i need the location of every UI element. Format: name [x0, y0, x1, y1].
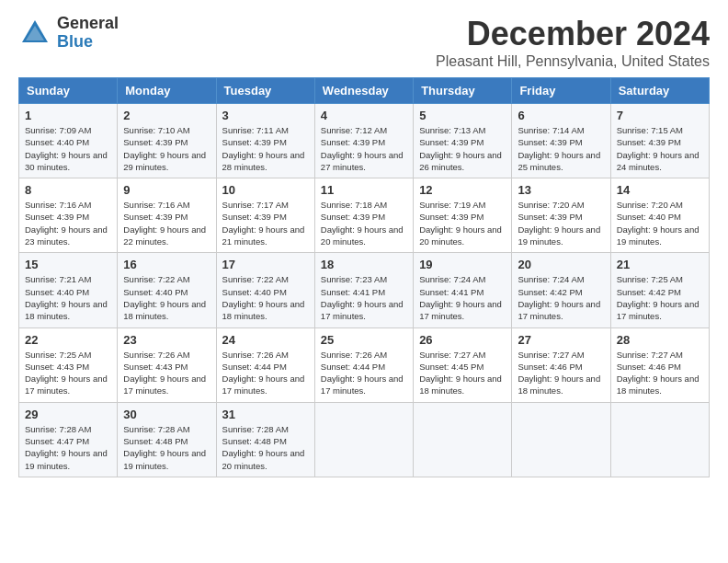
- day-number: 12: [419, 183, 506, 197]
- day-number: 31: [222, 408, 309, 421]
- day-info: Sunrise: 7:18 AMSunset: 4:39 PMDaylight:…: [321, 199, 407, 247]
- day-number: 9: [123, 183, 210, 197]
- table-row: 22 Sunrise: 7:25 AMSunset: 4:43 PMDaylig…: [19, 327, 118, 402]
- day-info: Sunrise: 7:13 AMSunset: 4:39 PMDaylight:…: [419, 124, 506, 173]
- day-number: 20: [518, 258, 604, 271]
- table-row: 12 Sunrise: 7:19 AMSunset: 4:39 PMDaylig…: [414, 178, 512, 253]
- logo-text: General Blue: [57, 15, 119, 52]
- day-info: Sunrise: 7:27 AMSunset: 4:46 PMDaylight:…: [518, 349, 604, 397]
- day-number: 21: [617, 258, 703, 271]
- day-number: 1: [25, 109, 111, 122]
- logo-blue-text: Blue: [57, 33, 119, 52]
- table-row: 13 Sunrise: 7:20 AMSunset: 4:39 PMDaylig…: [512, 178, 610, 253]
- table-row: 17 Sunrise: 7:22 AMSunset: 4:40 PMDaylig…: [216, 253, 314, 327]
- day-info: Sunrise: 7:22 AMSunset: 4:40 PMDaylight:…: [123, 273, 210, 322]
- logo-general-text: General: [57, 15, 119, 33]
- day-info: Sunrise: 7:23 AMSunset: 4:41 PMDaylight:…: [321, 273, 407, 322]
- calendar-week-row: 1 Sunrise: 7:09 AMSunset: 4:40 PMDayligh…: [19, 104, 710, 178]
- table-row: [512, 402, 610, 477]
- day-info: Sunrise: 7:24 AMSunset: 4:42 PMDaylight:…: [518, 273, 604, 322]
- day-info: Sunrise: 7:28 AMSunset: 4:48 PMDaylight:…: [123, 423, 210, 472]
- day-info: Sunrise: 7:27 AMSunset: 4:46 PMDaylight:…: [617, 349, 703, 397]
- day-number: 10: [222, 183, 309, 197]
- day-info: Sunrise: 7:25 AMSunset: 4:42 PMDaylight:…: [617, 273, 703, 322]
- table-row: 9 Sunrise: 7:16 AMSunset: 4:39 PMDayligh…: [118, 178, 216, 253]
- col-tuesday: Tuesday: [216, 78, 314, 104]
- day-number: 11: [321, 183, 407, 197]
- col-thursday: Thursday: [414, 78, 512, 104]
- day-info: Sunrise: 7:17 AMSunset: 4:39 PMDaylight:…: [222, 199, 309, 247]
- table-row: 4 Sunrise: 7:12 AMSunset: 4:39 PMDayligh…: [314, 104, 413, 178]
- logo: General Blue: [18, 15, 119, 52]
- calendar-week-row: 8 Sunrise: 7:16 AMSunset: 4:39 PMDayligh…: [19, 178, 710, 253]
- table-row: 19 Sunrise: 7:24 AMSunset: 4:41 PMDaylig…: [414, 253, 512, 327]
- calendar-week-row: 15 Sunrise: 7:21 AMSunset: 4:40 PMDaylig…: [19, 253, 710, 327]
- header: General Blue December 2024 Pleasant Hill…: [18, 15, 710, 70]
- day-number: 24: [222, 333, 309, 347]
- col-saturday: Saturday: [610, 78, 709, 104]
- calendar-week-row: 22 Sunrise: 7:25 AMSunset: 4:43 PMDaylig…: [19, 327, 710, 402]
- table-row: 5 Sunrise: 7:13 AMSunset: 4:39 PMDayligh…: [414, 104, 512, 178]
- day-info: Sunrise: 7:14 AMSunset: 4:39 PMDaylight:…: [518, 124, 604, 173]
- table-row: 26 Sunrise: 7:27 AMSunset: 4:45 PMDaylig…: [414, 327, 512, 402]
- day-info: Sunrise: 7:26 AMSunset: 4:44 PMDaylight:…: [222, 349, 309, 397]
- table-row: 2 Sunrise: 7:10 AMSunset: 4:39 PMDayligh…: [118, 104, 216, 178]
- day-info: Sunrise: 7:27 AMSunset: 4:45 PMDaylight:…: [419, 349, 506, 397]
- table-row: 3 Sunrise: 7:11 AMSunset: 4:39 PMDayligh…: [216, 104, 314, 178]
- table-row: 28 Sunrise: 7:27 AMSunset: 4:46 PMDaylig…: [610, 327, 709, 402]
- day-number: 5: [419, 109, 506, 122]
- day-info: Sunrise: 7:24 AMSunset: 4:41 PMDaylight:…: [419, 273, 506, 322]
- day-number: 13: [518, 183, 604, 197]
- table-row: 15 Sunrise: 7:21 AMSunset: 4:40 PMDaylig…: [19, 253, 118, 327]
- calendar-week-row: 29 Sunrise: 7:28 AMSunset: 4:47 PMDaylig…: [19, 402, 710, 477]
- day-info: Sunrise: 7:20 AMSunset: 4:39 PMDaylight:…: [518, 199, 604, 247]
- table-row: [414, 402, 512, 477]
- table-row: 20 Sunrise: 7:24 AMSunset: 4:42 PMDaylig…: [512, 253, 610, 327]
- day-number: 25: [321, 333, 407, 347]
- day-info: Sunrise: 7:09 AMSunset: 4:40 PMDaylight:…: [25, 124, 111, 173]
- day-number: 15: [25, 258, 111, 271]
- day-number: 27: [518, 333, 604, 347]
- table-row: 23 Sunrise: 7:26 AMSunset: 4:43 PMDaylig…: [118, 327, 216, 402]
- day-number: 18: [321, 258, 407, 271]
- day-info: Sunrise: 7:11 AMSunset: 4:39 PMDaylight:…: [222, 124, 309, 173]
- day-info: Sunrise: 7:15 AMSunset: 4:39 PMDaylight:…: [617, 124, 703, 173]
- day-info: Sunrise: 7:20 AMSunset: 4:40 PMDaylight:…: [617, 199, 703, 247]
- table-row: 21 Sunrise: 7:25 AMSunset: 4:42 PMDaylig…: [610, 253, 709, 327]
- day-number: 22: [25, 333, 111, 347]
- day-info: Sunrise: 7:22 AMSunset: 4:40 PMDaylight:…: [222, 273, 309, 322]
- col-friday: Friday: [512, 78, 610, 104]
- day-number: 19: [419, 258, 506, 271]
- table-row: 24 Sunrise: 7:26 AMSunset: 4:44 PMDaylig…: [216, 327, 314, 402]
- day-info: Sunrise: 7:28 AMSunset: 4:47 PMDaylight:…: [25, 423, 111, 472]
- day-number: 6: [518, 109, 604, 122]
- table-row: [314, 402, 413, 477]
- table-row: [610, 402, 709, 477]
- calendar-header-row: Sunday Monday Tuesday Wednesday Thursday…: [19, 78, 710, 104]
- day-info: Sunrise: 7:26 AMSunset: 4:43 PMDaylight:…: [123, 349, 210, 397]
- table-row: 10 Sunrise: 7:17 AMSunset: 4:39 PMDaylig…: [216, 178, 314, 253]
- day-info: Sunrise: 7:26 AMSunset: 4:44 PMDaylight:…: [321, 349, 407, 397]
- day-info: Sunrise: 7:12 AMSunset: 4:39 PMDaylight:…: [321, 124, 407, 173]
- title-block: December 2024 Pleasant Hill, Pennsylvani…: [436, 15, 710, 70]
- day-info: Sunrise: 7:19 AMSunset: 4:39 PMDaylight:…: [419, 199, 506, 247]
- day-info: Sunrise: 7:16 AMSunset: 4:39 PMDaylight:…: [123, 199, 210, 247]
- table-row: 8 Sunrise: 7:16 AMSunset: 4:39 PMDayligh…: [19, 178, 118, 253]
- subtitle: Pleasant Hill, Pennsylvania, United Stat…: [436, 53, 710, 70]
- table-row: 27 Sunrise: 7:27 AMSunset: 4:46 PMDaylig…: [512, 327, 610, 402]
- day-number: 3: [222, 109, 309, 122]
- table-row: 6 Sunrise: 7:14 AMSunset: 4:39 PMDayligh…: [512, 104, 610, 178]
- day-number: 28: [617, 333, 703, 347]
- page-container: General Blue December 2024 Pleasant Hill…: [18, 15, 710, 477]
- day-number: 2: [123, 109, 210, 122]
- table-row: 18 Sunrise: 7:23 AMSunset: 4:41 PMDaylig…: [314, 253, 413, 327]
- table-row: 29 Sunrise: 7:28 AMSunset: 4:47 PMDaylig…: [19, 402, 118, 477]
- day-info: Sunrise: 7:21 AMSunset: 4:40 PMDaylight:…: [25, 273, 111, 322]
- calendar-table: Sunday Monday Tuesday Wednesday Thursday…: [18, 77, 710, 477]
- table-row: 1 Sunrise: 7:09 AMSunset: 4:40 PMDayligh…: [19, 104, 118, 178]
- day-info: Sunrise: 7:16 AMSunset: 4:39 PMDaylight:…: [25, 199, 111, 247]
- day-number: 8: [25, 183, 111, 197]
- day-info: Sunrise: 7:28 AMSunset: 4:48 PMDaylight:…: [222, 423, 309, 472]
- day-number: 17: [222, 258, 309, 271]
- col-wednesday: Wednesday: [314, 78, 413, 104]
